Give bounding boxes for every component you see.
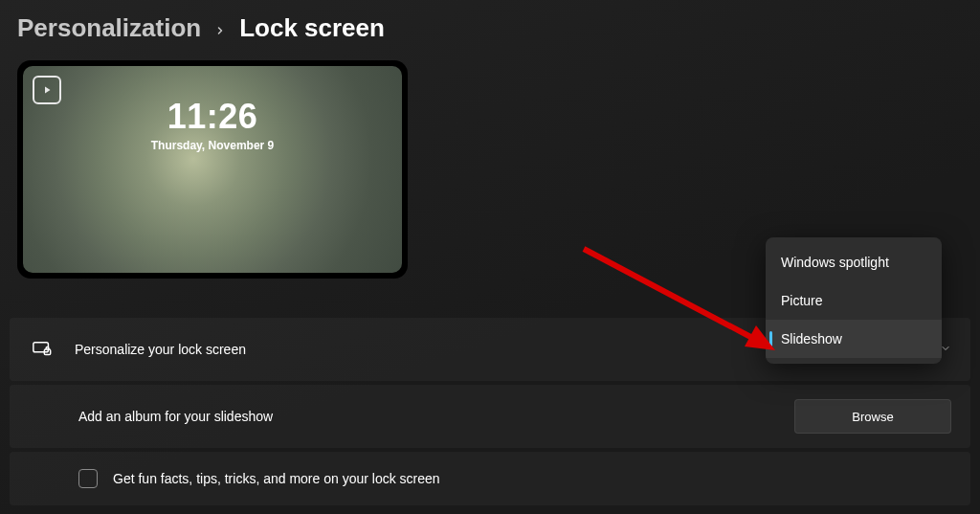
lock-screen-preview[interactable]: 11:26 Thursday, November 9 bbox=[17, 60, 408, 279]
monitor-lock-icon bbox=[29, 339, 56, 360]
chevron-right-icon bbox=[214, 22, 226, 39]
breadcrumb-parent[interactable]: Personalization bbox=[17, 13, 201, 43]
dropdown-option-windows-spotlight[interactable]: Windows spotlight bbox=[766, 243, 942, 281]
lock-screen-preview-inner: 11:26 Thursday, November 9 bbox=[23, 66, 402, 273]
dropdown-option-picture[interactable]: Picture bbox=[766, 281, 942, 320]
fun-facts-label: Get fun facts, tips, tricks, and more on… bbox=[113, 471, 951, 486]
lock-screen-mode-dropdown[interactable]: Windows spotlight Picture Slideshow bbox=[766, 237, 942, 364]
lock-screen-date: Thursday, November 9 bbox=[23, 139, 402, 152]
breadcrumb: Personalization Lock screen bbox=[0, 0, 980, 43]
lock-screen-time: 11:26 bbox=[23, 97, 402, 137]
fun-facts-checkbox[interactable] bbox=[78, 469, 98, 488]
fun-facts-row[interactable]: Get fun facts, tips, tricks, and more on… bbox=[10, 452, 970, 505]
dropdown-option-slideshow[interactable]: Slideshow bbox=[766, 320, 942, 358]
add-album-row: Add an album for your slideshow Browse bbox=[10, 385, 970, 448]
lock-screen-clock: 11:26 Thursday, November 9 bbox=[23, 97, 402, 152]
browse-button[interactable]: Browse bbox=[794, 399, 951, 434]
add-album-label: Add an album for your slideshow bbox=[78, 409, 794, 424]
breadcrumb-current: Lock screen bbox=[239, 13, 385, 43]
